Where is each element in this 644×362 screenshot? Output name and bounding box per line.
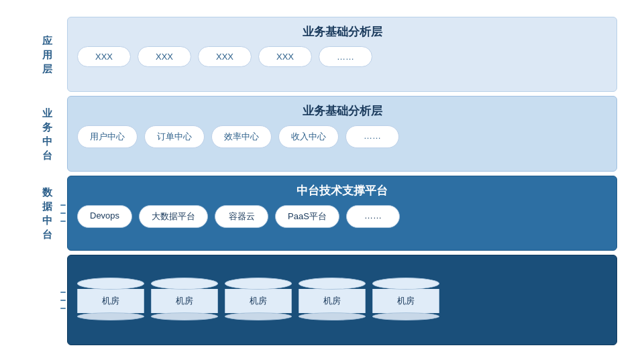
card-app-5: …… — [319, 46, 372, 67]
layer-label-infra: 基础资源 — [27, 255, 67, 345]
layer-business: 业务中台 业务基础分析层 用户中心 订单中心 效率中心 收入中心 …… — [27, 96, 617, 171]
cylinder-1: 机房 — [77, 278, 144, 320]
layer-content-application: 业务基础分析层 XXX XXX XXX XXX …… — [67, 17, 617, 92]
cylinder-4: 机房 — [299, 278, 366, 320]
architecture-diagram: 应用层 业务基础分析层 XXX XXX XXX XXX …… 业务中台 业务基础… — [27, 17, 617, 345]
cylinder-5: 机房 — [372, 278, 439, 320]
cylinder-2: 机房 — [151, 278, 218, 320]
cyl-bottom-3 — [225, 312, 292, 320]
layer-data: 数据中台 中台技术支撑平台 Devops 大数据平台 容器云 PaaS平台 …… — [27, 176, 617, 251]
cyl-body-1: 机房 — [77, 289, 144, 313]
layer-label-infra-text: 基础资源 — [42, 272, 52, 328]
cyl-bottom-1 — [77, 312, 144, 320]
layer-title-data: 中台技术支撑平台 — [77, 183, 607, 198]
tick-infra-3 — [60, 308, 66, 309]
tick-infra-1 — [60, 292, 66, 293]
layer-infra: 基础资源 机房 机房 — [27, 255, 617, 345]
card-data-1: Devops — [77, 205, 132, 228]
card-biz-5: …… — [345, 125, 399, 148]
cyl-bottom-4 — [299, 312, 366, 320]
cyl-bottom-5 — [372, 312, 439, 320]
card-app-2: XXX — [138, 46, 191, 67]
layer-content-data: 中台技术支撑平台 Devops 大数据平台 容器云 PaaS平台 …… — [67, 176, 617, 251]
tick-2 — [60, 213, 66, 214]
card-biz-3: 效率中心 — [211, 125, 272, 148]
card-app-1: XXX — [77, 46, 131, 67]
layer-title-business: 业务基础分析层 — [77, 103, 607, 119]
card-biz-1: 用户中心 — [77, 125, 138, 148]
cyl-top-3 — [225, 278, 292, 290]
cyl-body-4: 机房 — [299, 289, 366, 313]
cyl-top-4 — [299, 278, 366, 290]
tick-1 — [60, 204, 66, 206]
layer-content-infra: 机房 机房 机房 机房 — [67, 255, 617, 345]
layer-content-business: 业务基础分析层 用户中心 订单中心 效率中心 收入中心 …… — [67, 96, 617, 171]
layer-application: 应用层 业务基础分析层 XXX XXX XXX XXX …… — [27, 17, 617, 92]
card-biz-4: 收入中心 — [278, 125, 339, 148]
tick-infra-2 — [60, 300, 66, 301]
cards-row-data: Devops 大数据平台 容器云 PaaS平台 …… — [77, 205, 607, 228]
tick-3 — [60, 221, 66, 222]
layer-label-data: 数据中台 — [27, 176, 67, 251]
cylinders-row: 机房 机房 机房 机房 — [77, 278, 607, 320]
cyl-top-5 — [372, 278, 439, 290]
cards-row-application: XXX XXX XXX XXX …… — [77, 46, 607, 67]
card-data-3: 容器云 — [215, 205, 268, 228]
card-app-3: XXX — [198, 46, 252, 67]
card-data-4: PaaS平台 — [275, 205, 339, 228]
card-app-4: XXX — [258, 46, 312, 67]
layer-label-data-text: 数据中台 — [42, 185, 52, 241]
card-data-2: 大数据平台 — [139, 205, 208, 228]
cylinder-3: 机房 — [225, 278, 292, 320]
layer-label-application: 应用层 — [27, 17, 67, 92]
card-biz-2: 订单中心 — [144, 125, 205, 148]
cyl-body-5: 机房 — [372, 289, 439, 313]
card-data-5: …… — [346, 205, 400, 228]
layer-title-application: 业务基础分析层 — [77, 24, 607, 40]
cyl-top-2 — [151, 278, 218, 290]
cyl-bottom-2 — [151, 312, 218, 320]
cards-row-business: 用户中心 订单中心 效率中心 收入中心 …… — [77, 125, 607, 148]
cyl-body-2: 机房 — [151, 289, 218, 313]
layer-label-business: 业务中台 — [27, 96, 67, 171]
cyl-body-3: 机房 — [225, 289, 292, 313]
cyl-top-1 — [77, 278, 144, 290]
